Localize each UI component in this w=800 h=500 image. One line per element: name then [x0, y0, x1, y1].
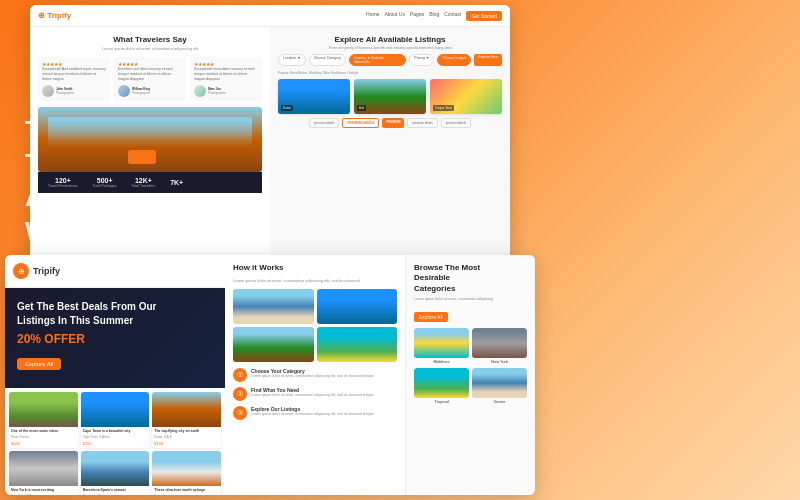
bottom-card: Barcelona Spain's newest Barcelona, Spai… — [81, 451, 150, 495]
listings-subtitle: There are plenty of business-specific an… — [278, 46, 502, 50]
filter-pricing[interactable]: Pricing ▼ — [409, 54, 434, 66]
filter-location[interactable]: Location ▼ — [278, 54, 306, 66]
stats-bar: 120+ Travel Destinations 500+ Total Pack… — [38, 172, 262, 193]
testimonials-grid: ★★★★★ Exceptional! And satisfied super, … — [38, 57, 262, 101]
bottom-left-section: ⊕ Tripify Get The Best Deals From Our Li… — [5, 255, 225, 495]
site-main-content: What Travelers Say Lorem ipsum dolor sit… — [30, 27, 510, 265]
listing-card-bali: Bali — [354, 79, 426, 114]
summer-deal-section: Get The Best Deals From Our Listings In … — [5, 288, 225, 388]
testimonial-card: ★★★★★ Exceptional most-diam nonumy eirmo… — [190, 57, 262, 101]
testimonial-card: ★★★★★ Excellent sed diam nonumy eirmod t… — [114, 57, 186, 101]
site-navbar: ⊕ Tripify Home About Us Pages Blog Conta… — [30, 5, 510, 27]
bottom-card: Cape Town is a beautiful city Cape Town,… — [81, 392, 150, 448]
deal-cta-button[interactable]: Explore All — [17, 358, 61, 370]
deal-offer-text: 20% OFFER — [17, 332, 213, 346]
popular-tags: Popular: Mona Balzac, Wedding, Office He… — [278, 71, 502, 75]
listings-grid: Dubai Bali Cinque Terre — [278, 79, 502, 114]
bottom-cards-grid: One of the most rustic cities Paris, Fra… — [5, 388, 225, 495]
category-card-newyork: New York — [472, 328, 527, 365]
filter-country[interactable]: Country ▼ Exclude Nationality — [349, 54, 406, 66]
stat-extra: 7K+ — [170, 179, 183, 186]
category-card-venice: Venice — [472, 368, 527, 405]
nav-links: Home About Us Pages Blog Contact Get Sta… — [366, 11, 502, 21]
testimonials-title: What Travelers Say — [38, 35, 262, 44]
listings-section: Explore All Available Listings There are… — [270, 27, 510, 265]
bottom-card: One of the most rustic cities Paris, Fra… — [9, 392, 78, 448]
stat-destinations: 120+ Travel Destinations — [48, 177, 78, 188]
how-step-2: ② Find What You Need Lorem ipsum dolor s… — [233, 387, 397, 401]
stat-packages: 500+ Total Packages — [93, 177, 117, 188]
how-it-works-section: How it Works Lorem ipsum dolor sit amet,… — [225, 255, 405, 495]
filter-budget[interactable]: Choose budget — [437, 54, 471, 66]
top-website-preview: ⊕ Tripify Home About Us Pages Blog Conta… — [30, 5, 510, 265]
listing-card-cinque: Cinque Terre — [430, 79, 502, 114]
testimonials-subtitle: Lorem ipsum dolor sit amet, consectetur … — [38, 46, 262, 51]
explore-button[interactable]: Explore Now — [474, 54, 502, 66]
stat-travellers: 12K+ Total Travellers — [132, 177, 156, 188]
filter-category[interactable]: Choose Category — [309, 54, 346, 66]
tripify-header: ⊕ Tripify — [5, 255, 225, 288]
how-step-3: ③ Explore Our Listings Lorem ipsum dolor… — [233, 406, 397, 420]
categories-title: Browse The Most Desirable Categories — [414, 263, 527, 294]
how-step-1: ① Choose Your Category Lorem ipsum dolor… — [233, 368, 397, 382]
categories-section: Browse The Most Desirable Categories Lor… — [405, 255, 535, 495]
hero-landscape-image — [38, 107, 262, 172]
nav-cta-button[interactable]: Get Started — [466, 11, 502, 21]
site-logo: ⊕ Tripify — [38, 11, 71, 20]
how-works-images — [233, 289, 397, 362]
tripify-logo: Tripify — [33, 266, 60, 276]
how-it-works-title: How it Works — [233, 263, 397, 272]
bottom-right-section: How it Works Lorem ipsum dolor sit amet,… — [225, 255, 535, 495]
categories-explore-button[interactable]: Explore All — [414, 312, 448, 322]
bottom-website-preview: ⊕ Tripify Get The Best Deals From Our Li… — [5, 255, 535, 495]
testimonials-section: What Travelers Say Lorem ipsum dolor sit… — [30, 27, 270, 265]
category-card-maldives: Maldives — [414, 328, 469, 365]
premium-labels: premium labels PREMIUM LABELS PREMIUM pr… — [278, 118, 502, 128]
bottom-card: These ultra-luxe worth splurge Paris, Fr… — [152, 451, 221, 495]
listings-title: Explore All Available Listings — [278, 35, 502, 44]
categories-grid: Maldives New York Tropical Venice — [414, 328, 527, 405]
bottom-card: New York is most exciting New York, USA … — [9, 451, 78, 495]
listing-card-dubai: Dubai — [278, 79, 350, 114]
tripify-icon: ⊕ — [13, 263, 29, 279]
bottom-card: The top-flying city on earth Dubai, U.A.… — [152, 392, 221, 448]
deal-title: Get The Best Deals From Our Listings In … — [17, 300, 213, 328]
filter-row[interactable]: Location ▼ Choose Category Country ▼ Exc… — [278, 54, 502, 66]
testimonial-card: ★★★★★ Exceptional! And satisfied super, … — [38, 57, 110, 101]
category-card-tropical: Tropical — [414, 368, 469, 405]
